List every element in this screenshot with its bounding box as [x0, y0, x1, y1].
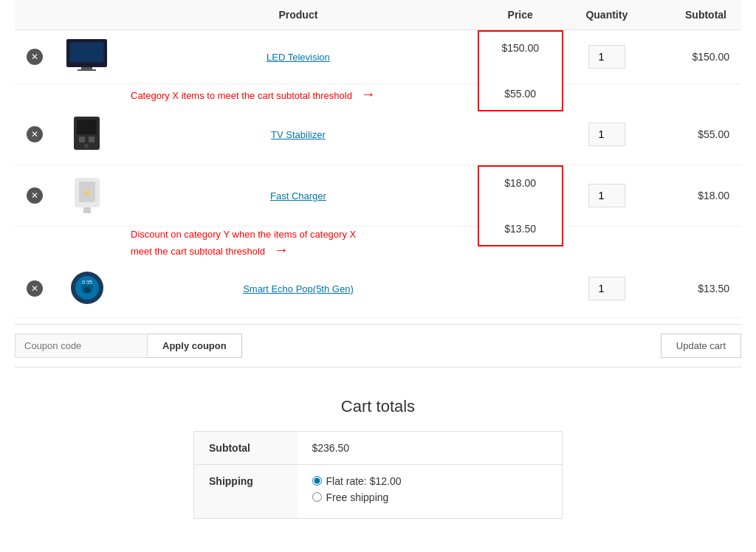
subtotal-cell-led-tv: $150.00	[650, 30, 741, 84]
coupon-input[interactable]	[15, 334, 148, 358]
remove-button-tv-stabilizer[interactable]: ✕	[27, 126, 43, 142]
remove-button-led-tv[interactable]: ✕	[27, 49, 43, 65]
arrow-icon-group2: →	[274, 241, 289, 258]
remove-button-fast-charger[interactable]: ✕	[27, 187, 43, 204]
qty-input-smart-echo[interactable]	[588, 277, 625, 300]
update-cart-button[interactable]: Update cart	[661, 334, 741, 358]
totals-table: Subtotal $236.50 Shipping Flat rate: $12…	[193, 431, 563, 519]
price-group1: $150.00 $55.00	[478, 30, 563, 165]
price-group2: $18.00 $13.50	[478, 165, 563, 317]
svg-rect-4	[78, 69, 96, 71]
remove-button-smart-echo[interactable]: ✕	[27, 280, 43, 297]
annotation-row-group2: Discount on category Y when the items of…	[15, 227, 741, 261]
cart-totals-section: Cart totals Subtotal $236.50 Shipping Fl…	[193, 397, 563, 519]
qty-cell-tv-stabilizer	[563, 104, 651, 165]
product-name-tv-stabilizer: TV Stabilizer	[119, 104, 478, 165]
arrow-icon-group1: →	[361, 86, 376, 102]
coupon-bar: Apply coupon Update cart	[15, 324, 741, 368]
svg-rect-2	[70, 43, 103, 62]
remove-cell-fast-charger: ✕	[15, 165, 55, 227]
product-link-led-tv[interactable]: LED Television	[267, 52, 330, 63]
svg-rect-13	[87, 207, 91, 213]
annotation-text-group1: Category X items to meet the cart subtot…	[119, 84, 478, 105]
svg-point-9	[84, 144, 89, 148]
annotation-text-group2: Discount on category Y when the items of…	[119, 227, 478, 261]
product-name-smart-echo: Smart Echo Pop(5th Gen)	[119, 261, 478, 318]
annotation-row-group1: Category X items to meet the cart subtot…	[15, 84, 741, 105]
product-link-tv-stabilizer[interactable]: TV Stabilizer	[271, 129, 326, 140]
subtotal-value: $236.50	[298, 431, 563, 464]
shipping-label: Shipping	[194, 464, 298, 518]
col-remove	[15, 0, 55, 30]
product-link-smart-echo[interactable]: Smart Echo Pop(5th Gen)	[243, 283, 354, 294]
svg-text:0:35: 0:35	[82, 280, 92, 285]
svg-rect-12	[83, 207, 87, 213]
qty-input-tv-stabilizer[interactable]	[588, 123, 625, 146]
remove-cell-led-tv: ✕	[15, 30, 55, 84]
col-product: Product	[119, 0, 478, 30]
product-name-fast-charger: Fast Charger	[119, 165, 478, 227]
cart-row-led-tv: ✕ LED Television $150.00 $55.00 $150.00	[15, 30, 741, 84]
cart-table: Product Price Quantity Subtotal ✕	[15, 0, 741, 318]
product-name-led-tv: LED Television	[119, 30, 478, 84]
cart-row-tv-stabilizer: ✕ TV Stabilizer $55.00	[15, 104, 741, 165]
qty-cell-led-tv	[563, 30, 651, 84]
shipping-row: Shipping Flat rate: $12.00 Free shipping	[194, 464, 563, 518]
subtotal-cell-fast-charger: $18.00	[650, 165, 741, 227]
subtotal-cell-tv-stabilizer: $55.00	[650, 104, 741, 165]
apply-coupon-button[interactable]: Apply coupon	[148, 334, 242, 358]
svg-point-19	[84, 287, 90, 293]
shipping-option-free[interactable]: Free shipping	[312, 491, 548, 503]
cart-row-smart-echo: ✕ 0:35 Smart Echo Pop(5th Gen) $13.50	[15, 261, 741, 318]
subtotal-label: Subtotal	[194, 431, 298, 464]
svg-text:⚡: ⚡	[83, 189, 91, 196]
qty-cell-fast-charger	[563, 165, 651, 227]
col-subtotal: Subtotal	[650, 0, 741, 30]
cart-totals-title: Cart totals	[193, 397, 563, 416]
subtotal-row: Subtotal $236.50	[194, 431, 563, 464]
coupon-left: Apply coupon	[15, 334, 242, 358]
remove-cell-smart-echo: ✕	[15, 261, 55, 318]
col-price: Price	[478, 0, 563, 30]
col-image	[55, 0, 119, 30]
subtotal-cell-smart-echo: $13.50	[650, 261, 741, 318]
svg-rect-3	[81, 67, 92, 69]
image-cell-fast-charger: ⚡	[55, 165, 119, 227]
svg-rect-7	[79, 137, 85, 142]
svg-rect-6	[77, 120, 97, 134]
shipping-options: Flat rate: $12.00 Free shipping	[298, 464, 563, 518]
qty-input-led-tv[interactable]	[588, 45, 625, 69]
col-quantity: Quantity	[563, 0, 651, 30]
product-link-fast-charger[interactable]: Fast Charger	[270, 190, 326, 201]
remove-cell-tv-stabilizer: ✕	[15, 104, 55, 165]
cart-row-fast-charger: ✕ ⚡ Fast Charger $18.00 $13.50 $18.00	[15, 165, 741, 227]
image-cell-tv-stabilizer	[55, 104, 119, 165]
qty-input-fast-charger[interactable]	[588, 184, 625, 207]
shipping-option-flat[interactable]: Flat rate: $12.00	[312, 475, 548, 487]
svg-rect-8	[89, 137, 94, 142]
image-cell-smart-echo: 0:35	[55, 261, 119, 318]
qty-cell-smart-echo	[563, 261, 651, 318]
image-cell-led-tv	[55, 30, 119, 84]
